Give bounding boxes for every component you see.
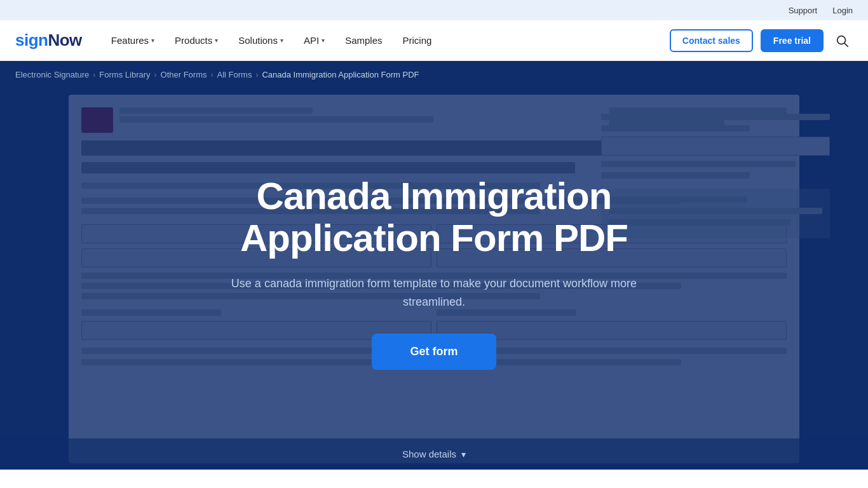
show-details-bar[interactable]: Show details ▾ [0, 438, 868, 470]
nav-solutions[interactable]: Solutions ▾ [229, 30, 292, 51]
nav-api[interactable]: API ▾ [295, 30, 334, 51]
nav-features[interactable]: Features ▾ [102, 30, 163, 51]
hero-content: Canada Immigration Application Form PDF … [218, 175, 650, 370]
top-utility-bar: Support Login [0, 0, 868, 20]
hero-title: Canada Immigration Application Form PDF [218, 175, 650, 259]
nav-samples[interactable]: Samples [336, 30, 391, 51]
nav-products[interactable]: Products ▾ [166, 30, 227, 51]
login-link[interactable]: Login [832, 6, 853, 15]
breadcrumb-sep-2: › [154, 71, 157, 79]
get-form-button[interactable]: Get form [372, 334, 496, 370]
breadcrumb-sep-1: › [93, 71, 95, 79]
logo-text: signNow [15, 30, 82, 50]
main-nav: signNow Features ▾ Products ▾ Solutions … [0, 20, 868, 61]
search-button[interactable] [831, 30, 853, 51]
breadcrumb-sep-3: › [211, 71, 214, 79]
breadcrumb-sep-4: › [255, 71, 258, 79]
solutions-chevron-icon: ▾ [280, 37, 283, 44]
support-link[interactable]: Support [789, 6, 818, 15]
logo[interactable]: signNow [15, 30, 82, 50]
svg-line-1 [844, 43, 848, 46]
breadcrumb-electronic-signature[interactable]: Electronic Signature [15, 70, 89, 79]
features-chevron-icon: ▾ [151, 37, 154, 44]
nav-pricing[interactable]: Pricing [394, 30, 441, 51]
api-chevron-icon: ▾ [322, 37, 325, 44]
search-icon [835, 34, 849, 48]
contact-sales-button[interactable]: Contact sales [670, 29, 753, 52]
products-chevron-icon: ▾ [215, 37, 218, 44]
nav-links: Features ▾ Products ▾ Solutions ▾ API ▾ … [102, 30, 670, 51]
breadcrumb-other-forms[interactable]: Other Forms [161, 70, 207, 79]
breadcrumb-forms-library[interactable]: Forms Library [99, 70, 150, 79]
hero-subtitle: Use a canada immigration form template t… [218, 274, 650, 311]
free-trial-button[interactable]: Free trial [761, 29, 824, 52]
nav-actions: Contact sales Free trial [670, 29, 853, 52]
show-details-label: Show details [402, 449, 456, 459]
breadcrumb: Electronic Signature › Forms Library › O… [0, 61, 868, 88]
breadcrumb-all-forms[interactable]: All Forms [217, 70, 252, 79]
hero-section: Canada Immigration Application Form PDF … [0, 88, 868, 470]
show-details-chevron-icon: ▾ [461, 449, 466, 459]
breadcrumb-current-page: Canada Immigration Application Form PDF [262, 70, 419, 79]
